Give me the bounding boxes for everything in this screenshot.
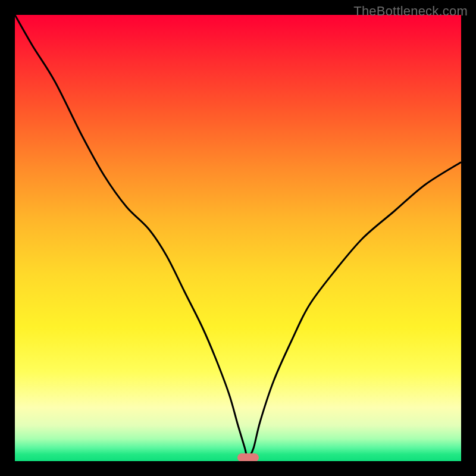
- curve-path: [15, 15, 461, 458]
- watermark-text: TheBottleneck.com: [353, 4, 468, 19]
- bottleneck-curve: [15, 15, 461, 461]
- minimum-marker: [237, 453, 259, 461]
- plot-area: [15, 15, 461, 461]
- chart-canvas: TheBottleneck.com: [0, 0, 476, 476]
